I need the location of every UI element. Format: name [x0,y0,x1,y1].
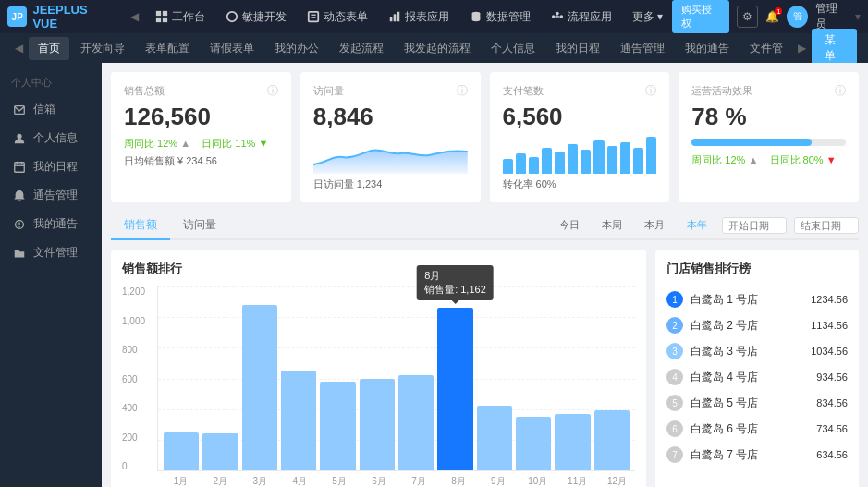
svg-rect-8 [389,17,392,21]
nav-data[interactable]: 数据管理 [460,6,540,29]
rank-name-6: 白鹭岛 6 号店 [691,421,809,437]
rank-item-7: 7 白鹭岛 7 号店 634.56 [666,442,848,468]
notification-badge[interactable]: 🔔 1 [765,10,779,23]
nav-form[interactable]: 动态表单 [298,6,377,29]
svg-rect-3 [163,18,167,22]
svg-point-25 [18,225,19,226]
y-label-200: 200 [122,432,153,443]
svg-rect-19 [15,162,25,172]
x-sep: 9月 [480,475,516,487]
info-icon-sales[interactable]: ⓘ [267,83,278,99]
bar-feb[interactable] [202,433,238,470]
snav-leaveform[interactable]: 请假表单 [201,37,263,60]
bar-jan[interactable] [164,432,199,470]
svg-rect-10 [397,12,399,22]
badge-count: 1 [775,7,782,15]
bar-may[interactable] [320,382,355,470]
snav-home[interactable]: 首页 [29,37,69,60]
bar-apr[interactable] [281,371,316,470]
user-dropdown-icon[interactable]: ▾ [855,10,861,23]
snav-files[interactable]: 文件管 [740,37,792,60]
files-label: 文件管理 [33,245,78,261]
snav-startflow[interactable]: 发起流程 [330,37,393,60]
filter-month[interactable]: 本月 [637,215,672,235]
buy-button[interactable]: 购买授权 [672,0,729,33]
nav-items: ◀ 工作台 敏捷开发 动态表单 报表应用 数据管理 流程应用 更多 ▾ [125,6,672,29]
snav-arrow-right[interactable]: ▶ [794,42,810,55]
bar-aug[interactable]: 8月 销售量: 1,162 [437,308,472,470]
snav-mynotice[interactable]: 我的通告 [676,37,739,60]
snav-myoffice[interactable]: 我的办公 [265,37,328,60]
snav-profile[interactable]: 个人信息 [482,37,544,60]
filter-year[interactable]: 本年 [679,215,715,235]
svg-rect-2 [156,18,161,22]
date-end-input[interactable] [794,217,859,234]
sidebar-item-files[interactable]: 文件管理 [0,238,102,267]
svg-point-4 [226,12,237,22]
sidebar-item-profile[interactable]: 个人信息 [0,124,102,152]
snav-myflows[interactable]: 我发起的流程 [395,37,480,60]
svg-point-14 [556,12,559,16]
info-icon-payments[interactable]: ⓘ [645,83,656,99]
stat-cards: 销售总额 ⓘ 126,560 周同比 12% ▲ 日同比 11% ▼ 日均销售额… [111,72,859,202]
stat-title-sales: 销售总额 ⓘ [124,83,278,99]
nav-report[interactable]: 报表应用 [379,6,458,29]
info-icon-visits[interactable]: ⓘ [457,83,468,99]
bar-oct[interactable] [516,417,551,470]
schedule-label: 我的日程 [33,159,78,175]
nav-flow[interactable]: 流程应用 [542,6,621,29]
x-jul: 7月 [401,475,437,487]
stat-sub-sales: 周同比 12% ▲ 日同比 11% ▼ [124,137,278,151]
nav-more[interactable]: 更多 ▾ [623,6,672,29]
sidebar-item-schedule[interactable]: 我的日程 [0,152,102,181]
snav-notice[interactable]: 通告管理 [611,37,674,60]
stat-sub2-payments: 转化率 60% [503,177,657,191]
stat-value-ops: 78 % [691,103,846,131]
user-icon [13,132,26,145]
snav-active-right[interactable]: 某单 [812,29,857,67]
x-dec: 12月 [599,475,635,487]
snav-arrow-left[interactable]: ◀ [11,42,27,55]
tab-visits[interactable]: 访问量 [170,212,229,240]
rank-name-2: 白鹭岛 2 号店 [691,318,803,334]
bar-sep[interactable] [477,406,512,470]
rank-item-2: 2 白鹭岛 2 号店 1134.56 [666,312,848,338]
info-icon-ops[interactable]: ⓘ [835,83,846,99]
snav-devguide[interactable]: 开发向导 [71,37,134,60]
tab-sales[interactable]: 销售额 [111,212,170,240]
rank-value-2: 1134.56 [811,320,848,331]
filter-week[interactable]: 本周 [594,215,630,235]
bar-jul[interactable] [398,375,434,470]
nav-workbench[interactable]: 工作台 [146,6,214,29]
sales-chart-title: 销售额排行 [122,261,635,277]
nav-agile[interactable]: 敏捷开发 [216,6,296,29]
filter-today[interactable]: 今日 [552,215,587,235]
notification-icon [13,218,26,231]
rank-value-5: 834.56 [816,397,848,408]
rank-item-3: 3 白鹭岛 3 号店 1034.56 [666,338,848,364]
grid-2 [158,347,635,348]
sidebar-item-noticemgmt[interactable]: 通告管理 [0,181,102,210]
y-label-0: 0 [122,461,153,471]
x-jan: 1月 [163,475,199,487]
snav-formconfig[interactable]: 表单配置 [136,37,199,60]
settings-button[interactable]: ⚙ [737,6,758,28]
svg-rect-0 [156,11,161,16]
avatar[interactable]: 管 [787,6,808,28]
mynotice-label: 我的通告 [33,216,78,232]
bar-mar[interactable] [242,305,277,470]
x-feb: 2月 [202,475,238,487]
bar-dec[interactable] [594,410,630,470]
visits-mini-chart [313,137,468,174]
sidebar-item-mynotice[interactable]: 我的通告 [0,210,102,238]
nav-arrow-left[interactable]: ◀ [125,6,144,27]
sidebar-item-inbox[interactable]: 信箱 [0,95,102,124]
date-start-input[interactable] [722,217,787,234]
bar-nov[interactable] [555,414,590,470]
rank-num-6: 6 [666,420,683,437]
bar-jun[interactable] [360,379,395,471]
rank-num-7: 7 [666,446,683,463]
rank-num-4: 4 [666,369,683,385]
rank-item-1: 1 白鹭岛 1 号店 1234.56 [666,286,848,312]
snav-schedule[interactable]: 我的日程 [546,37,609,60]
